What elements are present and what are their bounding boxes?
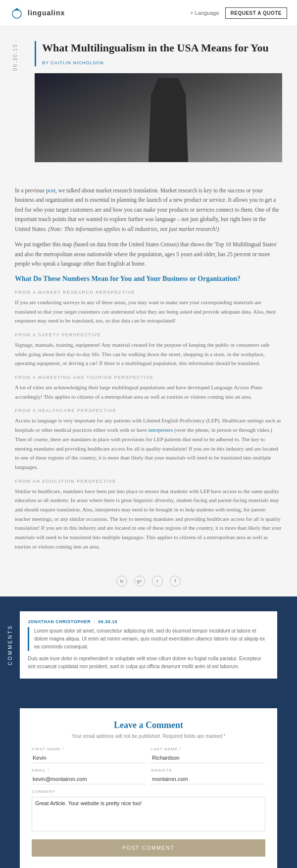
body-paragraph-2: We put together this map (based on data … [15, 240, 282, 269]
section-heading: What Do These Numbers Mean for You and Y… [15, 275, 282, 283]
sub-heading-4: FROM A HEALTHCARE PERSPECTIVE [15, 408, 282, 413]
logo-area: lingualinx [10, 6, 65, 20]
sub-body-1: If you are conducting surveys in any of … [15, 298, 282, 325]
last-name-label: LAST NAME * [151, 747, 265, 751]
article-content: What Multilingualism in the USA Means fo… [30, 41, 297, 171]
post-link[interactable]: post [46, 187, 55, 193]
perspective-market-research: FROM A MARKET RESEARCH PERSPECTIVE If yo… [15, 290, 282, 325]
article-body: In a previous post, we talked about mark… [0, 186, 297, 566]
comments-label: COMMENTS [7, 625, 13, 665]
header-right: + Language REQUEST A QUOTE [190, 7, 287, 19]
form-title: Leave a Comment [32, 720, 265, 731]
website-label: WEBSITE [151, 768, 265, 773]
comment-bar: Lorem ipsum dolor sit amet, consectetur … [28, 627, 269, 651]
comment-body-1: Lorem ipsum dolor sit amet, consectetur … [34, 627, 269, 651]
comment-body-2: Duis aute irure dolor in reprehenderit i… [28, 655, 269, 671]
leave-comment-section: Leave a Comment Your email address will … [0, 693, 297, 868]
comment-card: JONATHAN CHRISTOPHER · 06.30.15 Lorem ip… [20, 611, 277, 679]
twitter-share-icon[interactable]: t [152, 576, 163, 587]
submit-button[interactable]: POST COMMENT [32, 839, 265, 857]
article-author: BY CAITLIN NICHOLSON [42, 60, 104, 65]
svg-point-0 [12, 9, 21, 18]
last-name-input[interactable] [151, 753, 265, 763]
article-date: 06.30.15 [12, 44, 18, 71]
logo-text: lingualinx [28, 9, 65, 17]
name-row: FIRST NAME * LAST NAME * [32, 747, 265, 763]
comment-label: COMMENT [32, 789, 265, 794]
sub-body-4: Access to language is very important for… [15, 416, 282, 471]
linkedin-share-icon[interactable]: in [116, 576, 127, 587]
comment-group: COMMENT Great Article. Your website is p… [32, 789, 265, 833]
perspective-education: FROM AN EDUCATION PERSPECTIVE Similar to… [15, 479, 282, 551]
header: lingualinx + Language REQUEST A QUOTE [0, 0, 297, 26]
sub-body-2: Signage, manuals, training, equipment! A… [15, 340, 282, 368]
leave-comment-form: Leave a Comment Your email address will … [20, 708, 277, 868]
first-name-label: FIRST NAME * [32, 747, 146, 751]
last-name-group: LAST NAME * [151, 747, 265, 763]
interpreters-link[interactable]: interpreters [148, 427, 173, 433]
comment-textarea[interactable]: Great Article. Your website is pretty ni… [32, 797, 265, 831]
comments-section: COMMENTS JONATHAN CHRISTOPHER · 06.30.15… [0, 596, 297, 693]
sub-heading-5: FROM AN EDUCATION PERSPECTIVE [15, 479, 282, 484]
perspective-safety: FROM A SAFETY PERSPECTIVE Signage, manua… [15, 332, 282, 368]
article-title: What Multilingualism in the USA Means fo… [42, 41, 282, 55]
website-input[interactable] [151, 774, 265, 784]
email-label: EMAIL * [32, 768, 146, 773]
email-group: EMAIL * [32, 768, 146, 784]
facebook-share-icon[interactable]: f [170, 576, 181, 587]
email-input[interactable] [32, 774, 146, 784]
logo-icon [10, 6, 24, 20]
date-sidebar: 06.30.15 [0, 41, 30, 171]
sub-body-5: Similar to healthcare, mandates have bee… [15, 487, 282, 551]
svg-point-1 [16, 8, 18, 11]
comment-author: JONATHAN CHRISTOPHER [28, 619, 91, 624]
form-subtitle: Your email address will not be published… [32, 733, 265, 739]
article-title-block: What Multilingualism in the USA Means fo… [35, 41, 282, 66]
article-wrapper: 06.30.15 What Multilingualism in the USA… [0, 26, 297, 186]
sub-heading-3: FROM A MARKETING AND TOURISM PERSPECTIVE [15, 375, 282, 380]
sub-heading-2: FROM A SAFETY PERSPECTIVE [15, 332, 282, 337]
sub-heading-1: FROM A MARKET RESEARCH PERSPECTIVE [15, 290, 282, 295]
body-paragraph-1: In a previous post, we talked about mark… [15, 186, 282, 234]
quote-button[interactable]: REQUEST A QUOTE [225, 7, 287, 19]
sub-body-3: A lot of cities are acknowledging their … [15, 383, 282, 401]
perspective-healthcare: FROM A HEALTHCARE PERSPECTIVE Access to … [15, 408, 282, 471]
language-link[interactable]: + Language [190, 10, 219, 16]
email-website-row: EMAIL * WEBSITE [32, 768, 265, 784]
comment-date: 06.30.15 [98, 619, 117, 624]
perspective-marketing: FROM A MARKETING AND TOURISM PERSPECTIVE… [15, 375, 282, 401]
article-hero-image [35, 73, 282, 162]
comment-meta: JONATHAN CHRISTOPHER · 06.30.15 [28, 619, 269, 624]
first-name-input[interactable] [32, 753, 146, 763]
social-share-row: in g+ t f [0, 566, 297, 596]
website-group: WEBSITE [151, 768, 265, 784]
first-name-group: FIRST NAME * [32, 747, 146, 763]
googleplus-share-icon[interactable]: g+ [134, 576, 145, 587]
